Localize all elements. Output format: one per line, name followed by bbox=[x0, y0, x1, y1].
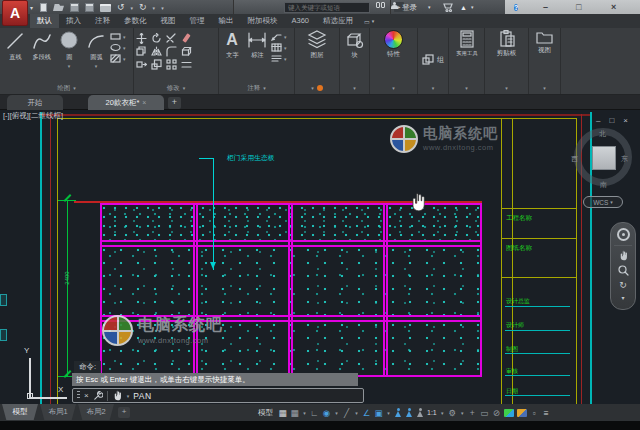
tab-home[interactable]: 默认 bbox=[30, 14, 59, 28]
offset-icon[interactable] bbox=[181, 59, 192, 70]
object-snap-tracking-icon[interactable]: ∠ bbox=[362, 408, 371, 418]
steering-wheel-icon[interactable] bbox=[617, 228, 630, 241]
a360-drive-icon[interactable]: ▲ bbox=[460, 2, 467, 13]
file-tab-active[interactable]: 20款衣柜*× bbox=[88, 95, 164, 110]
isolate-objects-icon[interactable]: ⊘ bbox=[492, 408, 501, 418]
open-file-icon[interactable] bbox=[53, 4, 64, 11]
polar-tracking-icon[interactable]: ◉ bbox=[322, 408, 331, 418]
isodraft-icon[interactable]: ╱ bbox=[342, 408, 351, 418]
active-command-text[interactable]: PAN bbox=[133, 391, 151, 401]
maximize-button[interactable]: □ bbox=[576, 0, 581, 14]
undo-icon[interactable]: ↺ bbox=[117, 3, 125, 12]
signin-dropdown-icon[interactable]: ▾ bbox=[428, 2, 431, 13]
viewcube-east-label[interactable]: 东 bbox=[621, 154, 628, 164]
command-close-icon[interactable]: × bbox=[84, 391, 89, 400]
group-icon[interactable] bbox=[422, 54, 434, 66]
panel-view-title[interactable]: ▾ bbox=[529, 82, 560, 94]
copy-icon[interactable] bbox=[136, 46, 147, 57]
tab-view[interactable]: 视图 bbox=[154, 14, 183, 28]
rectangle-button[interactable]: ▾ bbox=[110, 32, 126, 41]
ortho-toggle-icon[interactable]: ∟ bbox=[310, 408, 319, 418]
workspace-dropdown-icon[interactable]: ▾ bbox=[460, 410, 465, 416]
scale-dropdown-icon[interactable]: ▾ bbox=[440, 410, 445, 416]
arc-button[interactable]: 圆弧▾ bbox=[83, 30, 109, 69]
sign-in-link[interactable]: 登录 bbox=[402, 2, 417, 13]
drawing-minimize-button[interactable]: – bbox=[596, 116, 600, 125]
plot-icon[interactable] bbox=[100, 4, 111, 12]
viewcube-face[interactable] bbox=[592, 146, 616, 170]
viewport-controls-label[interactable]: [-][俯视][二维线框] bbox=[3, 111, 63, 121]
drawing-restore-button[interactable]: □ bbox=[609, 116, 614, 125]
hatch-button[interactable]: ▾ bbox=[110, 54, 126, 63]
panel-properties-title[interactable]: ▾ bbox=[370, 82, 417, 94]
save-as-icon[interactable] bbox=[85, 3, 94, 12]
file-tab-close-icon[interactable]: × bbox=[142, 99, 146, 106]
new-layout-button[interactable]: + bbox=[118, 407, 130, 418]
ribbon-cycle-icon[interactable]: ▭▾ bbox=[364, 14, 374, 28]
dimension-button[interactable]: 标注 bbox=[244, 30, 270, 60]
circle-button[interactable]: 圆▾ bbox=[56, 30, 82, 69]
tab-insert[interactable]: 插入 bbox=[59, 14, 88, 28]
panel-block-title[interactable]: ▾ bbox=[340, 82, 369, 94]
grid-toggle-icon[interactable]: ▦ bbox=[278, 408, 287, 418]
tab-annotate[interactable]: 注释 bbox=[88, 14, 117, 28]
tab-manage[interactable]: 管理 bbox=[183, 14, 212, 28]
polyline-button[interactable]: 多段线 bbox=[29, 30, 55, 62]
table-button[interactable]: ▾ bbox=[271, 43, 287, 52]
line-button[interactable]: 直线 bbox=[2, 30, 28, 62]
wcs-dropdown[interactable]: WCS▾ bbox=[583, 196, 623, 208]
minimize-button[interactable]: – bbox=[543, 0, 548, 14]
navbar-more-icon[interactable]: ▾ bbox=[621, 294, 624, 301]
redo-dropdown-icon[interactable]: ▾ bbox=[153, 5, 156, 11]
model-space-toggle[interactable]: 模型 bbox=[258, 408, 273, 418]
close-button[interactable]: × bbox=[611, 0, 616, 14]
layout-tab-layout2[interactable]: 布局2 bbox=[78, 404, 114, 420]
scale-icon[interactable] bbox=[151, 59, 162, 70]
explode-icon[interactable] bbox=[181, 46, 192, 57]
tab-addins[interactable]: 附加模块 bbox=[241, 14, 285, 28]
search-input[interactable] bbox=[284, 2, 370, 13]
annotation-scale-icon[interactable] bbox=[416, 408, 424, 418]
text-button[interactable]: A 文字 bbox=[221, 30, 243, 60]
a360-dropdown-icon[interactable]: ▾ bbox=[471, 2, 474, 13]
logo-dropdown-icon[interactable]: ▾ bbox=[30, 4, 33, 11]
new-file-icon[interactable] bbox=[40, 3, 47, 12]
command-customize-wrench-icon[interactable] bbox=[93, 391, 103, 401]
pan-tool-icon[interactable] bbox=[618, 250, 629, 261]
search-icon[interactable] bbox=[376, 2, 385, 8]
new-drawing-tab-button[interactable]: + bbox=[168, 97, 181, 109]
drawing-viewport[interactable]: [-][俯视][二维线框] 工程名称 图纸名称 设计总监 设计师 制图 审核 日… bbox=[0, 110, 640, 404]
tab-output[interactable]: 输出 bbox=[212, 14, 241, 28]
fillet-icon[interactable] bbox=[166, 46, 177, 57]
isodraft-dropdown-icon[interactable]: ▾ bbox=[354, 410, 359, 416]
orbit-tool-icon[interactable]: ↻ bbox=[619, 280, 627, 290]
tab-featured-apps[interactable]: 精选应用 bbox=[316, 14, 360, 28]
panel-draw-title[interactable]: 绘图▾ bbox=[0, 82, 133, 94]
exchange-apps-icon[interactable] bbox=[443, 2, 455, 15]
calculator-icon[interactable] bbox=[459, 30, 475, 48]
scale-value[interactable]: 1:1 bbox=[427, 409, 437, 416]
tab-parametric[interactable]: 参数化 bbox=[117, 14, 154, 28]
move-icon[interactable] bbox=[136, 33, 147, 44]
annotation-visibility-icon[interactable] bbox=[394, 408, 402, 418]
snap-toggle-icon[interactable]: ▦ bbox=[290, 408, 299, 418]
panel-groups-title[interactable]: ▾ bbox=[418, 82, 448, 94]
ellipse-button[interactable]: ▾ bbox=[110, 43, 126, 52]
viewcube-west-label[interactable]: 西 bbox=[571, 154, 578, 164]
autocad-logo-button[interactable]: A bbox=[2, 0, 28, 26]
command-dropdown-icon[interactable]: ▾ bbox=[127, 393, 130, 399]
stretch-icon[interactable] bbox=[136, 59, 147, 70]
save-icon[interactable] bbox=[70, 3, 79, 12]
layout-tab-model[interactable]: 模型 bbox=[2, 404, 38, 420]
crosshair-icon[interactable]: + bbox=[468, 408, 477, 418]
panel-layers-title[interactable]: ▾ bbox=[295, 82, 339, 94]
layers-icon[interactable] bbox=[306, 30, 328, 50]
viewcube-north-label[interactable]: 北 bbox=[599, 129, 606, 139]
mirror-icon[interactable] bbox=[151, 46, 162, 57]
command-grip-handle[interactable] bbox=[77, 391, 80, 400]
panel-annotation-title[interactable]: 注释▾ bbox=[219, 82, 294, 94]
command-input-bar[interactable]: × ▾ PAN bbox=[72, 388, 364, 403]
file-tab-start[interactable]: 开始 bbox=[7, 95, 63, 110]
clipboard-icon[interactable] bbox=[499, 30, 515, 48]
osnap-dropdown-icon[interactable]: ▾ bbox=[386, 410, 391, 416]
